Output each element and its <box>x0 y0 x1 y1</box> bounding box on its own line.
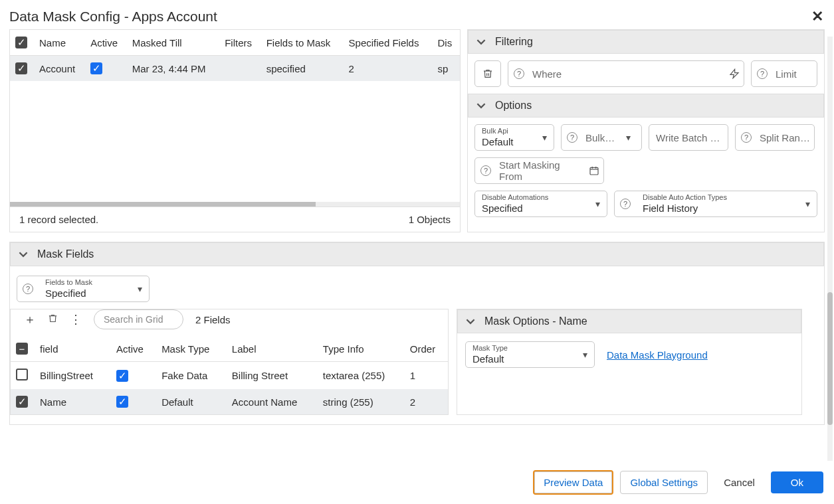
col-type-info[interactable]: Type Info <box>318 336 405 362</box>
col-field[interactable]: field <box>35 336 111 362</box>
ok-button[interactable]: Ok <box>771 471 823 493</box>
object-row[interactable]: ✓ Account ✓ Mar 23, 4:44 PM specified 2 … <box>10 56 460 82</box>
fields-to-mask-select[interactable]: ? Fields to Mask Specified ▾ <box>17 276 150 302</box>
cell-active[interactable]: ✓ <box>90 62 102 74</box>
fields-count: 2 Fields <box>195 314 231 325</box>
chevron-down-icon <box>476 37 486 46</box>
dialog-title: Data Mask Config - Apps Account <box>9 9 217 25</box>
disable-action-select[interactable]: ? Disable Auto Action Types Field Histor… <box>614 191 817 217</box>
dialog-footer: Preview Data Global Settings Cancel Ok <box>0 461 834 504</box>
svg-rect-1 <box>590 167 598 175</box>
where-input[interactable]: ? Where <box>508 60 744 87</box>
help-icon: ? <box>757 68 768 79</box>
header-checkbox[interactable]: ✓ <box>15 37 27 48</box>
chevron-down-icon <box>466 317 475 326</box>
col-order[interactable]: Order <box>405 336 448 362</box>
calendar-icon[interactable] <box>585 165 603 176</box>
field-row[interactable]: BillingStreet ✓ Fake Data Billing Street… <box>11 362 448 390</box>
col-dis[interactable]: Dis <box>433 30 460 56</box>
start-masking-placeholder: Start Masking From <box>496 153 585 189</box>
help-icon: ? <box>620 199 631 209</box>
help-icon: ? <box>480 165 491 176</box>
write-batch-input[interactable]: Write Batch S… <box>649 124 728 151</box>
config-panel: Filtering ? Where ? Limit Options <box>467 29 825 232</box>
row-checkbox[interactable]: ✓ <box>15 62 27 74</box>
col-name[interactable]: Name <box>34 30 85 56</box>
horizontal-scrollbar[interactable] <box>10 202 460 207</box>
col-mask-type[interactable]: Mask Type <box>156 336 227 362</box>
disable-auto-value: Specified <box>482 201 581 214</box>
fields-grid: ＋ ⋮ Search in Grid 2 Fields − field Acti… <box>10 309 449 415</box>
bulk-input[interactable]: ? Bulk … ▾ <box>561 124 642 151</box>
cell-active[interactable]: ✓ <box>116 396 128 408</box>
kebab-icon[interactable]: ⋮ <box>70 312 82 327</box>
col-active[interactable]: Active <box>85 30 127 56</box>
cancel-button[interactable]: Cancel <box>714 471 764 493</box>
options-header[interactable]: Options <box>468 94 824 118</box>
cell-masked-till: Mar 23, 4:44 PM <box>127 56 219 82</box>
filtering-header[interactable]: Filtering <box>468 30 824 54</box>
bulk-placeholder: Bulk … <box>583 126 619 150</box>
fields-to-mask-value: Specified <box>45 286 124 299</box>
cell-mask-type: Fake Data <box>156 362 227 390</box>
cell-fields-to-mask: specified <box>261 56 344 82</box>
where-placeholder: Where <box>530 62 725 86</box>
search-input[interactable]: Search in Grid <box>94 309 183 329</box>
add-icon[interactable]: ＋ <box>24 311 36 327</box>
cell-active[interactable]: ✓ <box>116 370 128 382</box>
mask-type-label: Mask Type <box>472 345 569 352</box>
mask-options-label: Mask Options - Name <box>484 315 587 327</box>
trash-button[interactable] <box>474 60 501 87</box>
svg-marker-0 <box>730 69 738 78</box>
cell-type-info: string (255) <box>318 389 405 414</box>
write-batch-placeholder: Write Batch S… <box>649 126 728 150</box>
mask-options-panel: Mask Options - Name Mask Type Default ▾ … <box>457 309 802 415</box>
help-icon: ? <box>741 132 752 143</box>
trash-icon[interactable] <box>48 313 58 327</box>
col-specified-fields[interactable]: Specified Fields <box>344 30 433 56</box>
mask-fields-header[interactable]: Mask Fields <box>10 242 824 266</box>
chevron-down-icon <box>19 250 28 259</box>
col-masked-till[interactable]: Masked Till <box>127 30 219 56</box>
chevron-down-icon <box>476 101 486 110</box>
bulk-api-value: Default <box>482 135 528 147</box>
help-icon: ? <box>567 132 577 143</box>
objects-table: ✓ Name Active Masked Till Filters Fields… <box>10 30 460 81</box>
col-active[interactable]: Active <box>111 336 156 362</box>
mask-fields-label: Mask Fields <box>37 248 94 260</box>
field-row[interactable]: ✓ Name ✓ Default Account Name string (25… <box>11 389 448 414</box>
vertical-scrollbar-thumb[interactable] <box>827 292 833 425</box>
start-masking-input[interactable]: ? Start Masking From <box>474 157 604 184</box>
limit-placeholder: Limit <box>773 62 817 86</box>
help-icon: ? <box>23 284 33 294</box>
preview-data-button[interactable]: Preview Data <box>533 470 613 495</box>
disable-auto-label: Disable Automations <box>482 194 581 201</box>
row-checkbox[interactable] <box>16 369 28 380</box>
objects-count: 1 Objects <box>409 214 451 225</box>
col-label[interactable]: Label <box>227 336 318 362</box>
bulk-api-label: Bulk Api <box>482 127 528 135</box>
close-icon[interactable]: ✕ <box>811 8 823 25</box>
mask-options-header[interactable]: Mask Options - Name <box>457 309 801 333</box>
mask-type-value: Default <box>472 352 569 365</box>
selection-status: 1 record selected. <box>19 214 98 225</box>
split-range-input[interactable]: ? Split Rang… <box>735 124 815 151</box>
objects-panel: ✓ Name Active Masked Till Filters Fields… <box>9 29 461 232</box>
cell-order: 2 <box>405 389 448 414</box>
limit-input[interactable]: ? Limit <box>751 60 817 87</box>
bolt-icon[interactable] <box>725 68 744 79</box>
col-fields-to-mask[interactable]: Fields to Mask <box>261 30 344 56</box>
options-label: Options <box>495 100 532 112</box>
col-filters[interactable]: Filters <box>219 30 261 56</box>
playground-link[interactable]: Data Mask Playground <box>607 349 708 361</box>
mask-type-select[interactable]: Mask Type Default ▾ <box>465 341 595 368</box>
row-checkbox[interactable]: ✓ <box>16 396 28 408</box>
help-icon: ? <box>514 68 524 79</box>
disable-automations-select[interactable]: Disable Automations Specified ▾ <box>474 191 607 217</box>
header-checkbox-mixed[interactable]: − <box>16 343 28 355</box>
cell-dis: sp <box>433 56 460 82</box>
global-settings-button[interactable]: Global Settings <box>620 471 708 494</box>
split-range-placeholder: Split Rang… <box>757 126 814 150</box>
bulk-api-select[interactable]: Bulk Api Default ▾ <box>474 124 554 151</box>
caret-down-icon: ▾ <box>798 199 817 209</box>
